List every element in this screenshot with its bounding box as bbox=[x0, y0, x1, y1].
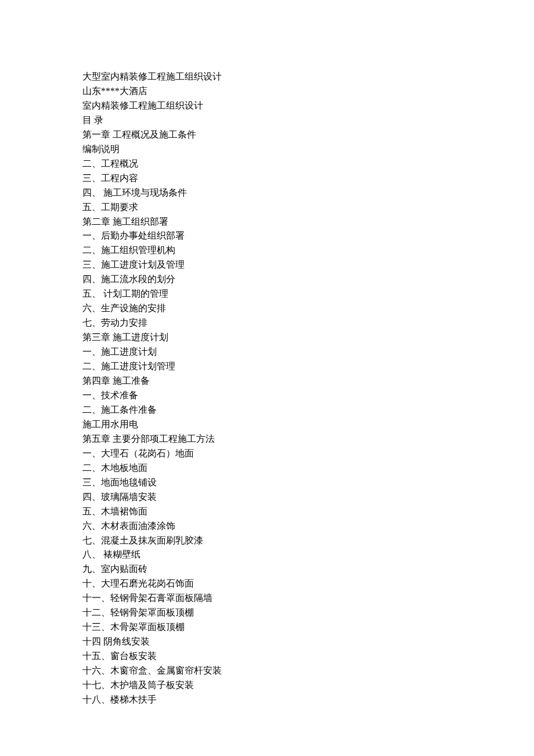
text-line: 四、 施工环境与现场条件 bbox=[82, 186, 534, 200]
text-line: 二、施工进度计划管理 bbox=[82, 359, 534, 374]
text-line: 二、施工条件准备 bbox=[82, 403, 534, 417]
text-line: 七、劳动力安排 bbox=[82, 316, 534, 330]
text-line: 一、后勤办事处组织部署 bbox=[82, 229, 534, 243]
text-line: 十二、轻钢骨架罩面板顶棚 bbox=[82, 606, 534, 620]
text-line: 十一、轻钢骨架石膏罩面板隔墙 bbox=[82, 591, 534, 606]
text-line: 二、施工组织管理机构 bbox=[82, 243, 534, 258]
text-line: 三、地面地毯铺设 bbox=[82, 476, 534, 490]
text-line: 二、木地板地面 bbox=[82, 461, 534, 476]
text-line: 三、工程内容 bbox=[82, 171, 534, 186]
text-line: 十、大理石磨光花岗石饰面 bbox=[82, 577, 534, 591]
text-line: 七、混凝土及抹灰面刷乳胶漆 bbox=[82, 534, 534, 548]
text-line: 第二章 施工组织部署 bbox=[82, 215, 534, 229]
text-line: 第一章 工程概况及施工条件 bbox=[82, 128, 534, 142]
text-line: 十六、木窗帘盒、金属窗帘杆安装 bbox=[82, 664, 534, 678]
text-line: 十四 阴角线安装 bbox=[82, 635, 534, 649]
text-line: 一、施工进度计划 bbox=[82, 345, 534, 359]
text-line: 山东****大酒店 bbox=[82, 84, 534, 99]
text-line: 二、工程概况 bbox=[82, 157, 534, 171]
text-line: 第五章 主要分部项工程施工方法 bbox=[82, 432, 534, 447]
text-line: 第三章 施工进度计划 bbox=[82, 330, 534, 345]
text-line: 一、大理石（花岗石）地面 bbox=[82, 447, 534, 461]
text-line: 大型室内精装修工程施工组织设计 bbox=[82, 70, 534, 84]
text-line: 第四章 施工准备 bbox=[82, 374, 534, 388]
text-line: 十五、窗台板安装 bbox=[82, 649, 534, 664]
text-line: 八、 裱糊壁纸 bbox=[82, 548, 534, 562]
text-line: 编制说明 bbox=[82, 142, 534, 157]
text-line: 施工用水用电 bbox=[82, 417, 534, 432]
text-line: 五、 计划工期的管理 bbox=[82, 287, 534, 301]
text-line: 室内精装修工程施工组织设计 bbox=[82, 99, 534, 113]
document-body: 大型室内精装修工程施工组织设计 山东****大酒店 室内精装修工程施工组织设计 … bbox=[82, 70, 534, 707]
text-line: 四、玻璃隔墙安装 bbox=[82, 490, 534, 505]
text-line: 目 录 bbox=[82, 113, 534, 128]
text-line: 十七、木护墙及筒子板安装 bbox=[82, 678, 534, 693]
text-line: 十八、楼梯木扶手 bbox=[82, 693, 534, 707]
text-line: 五、工期要求 bbox=[82, 200, 534, 215]
text-line: 一、技术准备 bbox=[82, 388, 534, 403]
text-line: 五、木墙裙饰面 bbox=[82, 505, 534, 519]
text-line: 三、施工进度计划及管理 bbox=[82, 258, 534, 272]
text-line: 六、木材表面油漆涂饰 bbox=[82, 519, 534, 534]
text-line: 四、施工流水段的划分 bbox=[82, 272, 534, 287]
text-line: 十三、木骨架罩面板顶棚 bbox=[82, 620, 534, 635]
text-line: 九、室内贴面砖 bbox=[82, 562, 534, 577]
text-line: 六、生产设施的安排 bbox=[82, 301, 534, 316]
